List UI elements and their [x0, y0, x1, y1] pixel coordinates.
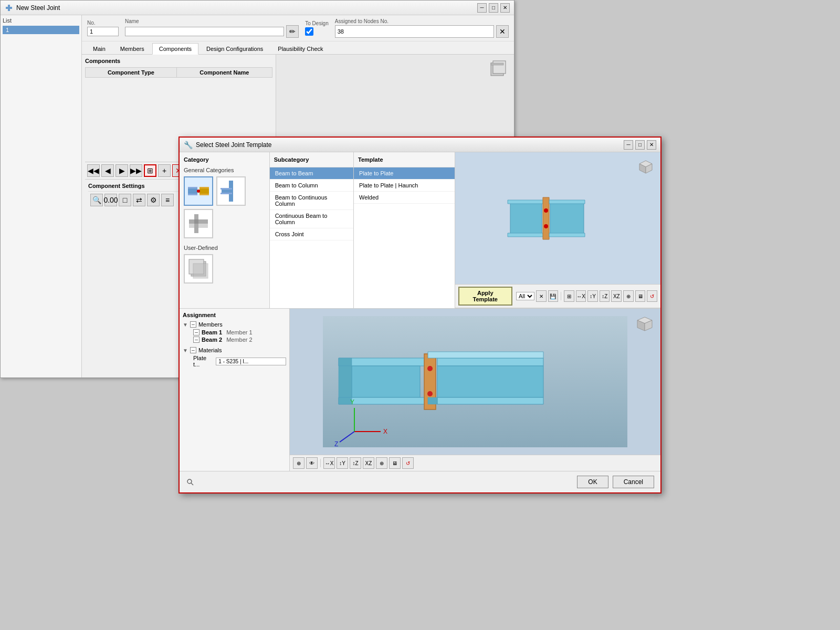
lp-reset[interactable]: ↺ [402, 457, 414, 469]
toolbar-btn-3[interactable]: ▶ [116, 164, 128, 177]
beam2-checkbox[interactable]: ─ [193, 337, 200, 343]
beam1-checkbox[interactable]: ─ [193, 329, 200, 335]
dialog-maximize-button[interactable]: □ [635, 140, 645, 150]
category-panel: Category General Categories [180, 152, 270, 308]
cat-icon-1[interactable] [184, 176, 213, 206]
view-x-button[interactable]: ↔X [576, 290, 586, 302]
user-def-label: User-Defined [184, 245, 265, 251]
user-def-icon-1[interactable] [184, 254, 213, 284]
svg-marker-31 [510, 203, 542, 234]
materials-checkbox[interactable]: ─ [190, 347, 196, 353]
apply-template-button[interactable]: Apply Template [458, 287, 512, 306]
dialog-icon: 🔧 [184, 141, 193, 149]
tab-plausibility[interactable]: Plausibility Check [271, 43, 330, 54]
svg-marker-44 [339, 358, 428, 366]
subcat-cross-joint[interactable]: Cross Joint [270, 228, 353, 240]
svg-marker-56 [428, 352, 543, 358]
dialog-titlebar: 🔧 Select Steel Joint Template ─ □ ✕ [180, 138, 660, 152]
save-filter-button[interactable]: 💾 [548, 290, 559, 302]
settings-btn-1[interactable]: 🔍 [90, 194, 103, 206]
subcat-beam-to-cont-column[interactable]: Beam to Continuous Column [270, 192, 353, 210]
svg-text:X: X [383, 428, 387, 435]
plate-mat-input[interactable] [216, 358, 286, 365]
svg-rect-15 [200, 187, 209, 188]
svg-rect-16 [200, 194, 209, 195]
beam2-id: Beam 2 [202, 337, 222, 343]
settings-btn-2[interactable]: 0.00 [104, 194, 117, 206]
svg-marker-53 [437, 358, 543, 366]
tab-members[interactable]: Members [113, 43, 151, 54]
minimize-button[interactable]: ─ [477, 3, 487, 13]
maximize-button[interactable]: □ [489, 3, 498, 13]
to-design-checkbox[interactable] [305, 27, 313, 36]
list-item-1[interactable]: 1 [3, 26, 79, 34]
dialog-minimize-button[interactable]: ─ [624, 140, 633, 150]
bg-tabs: Main Members Components Design Configura… [82, 41, 514, 55]
toolbar-btn-4[interactable]: ▶▶ [130, 164, 142, 177]
toolbar-btn-2[interactable]: ◀ [101, 164, 114, 177]
cat-icon-3[interactable] [184, 209, 213, 238]
template-title: Template [354, 152, 454, 167]
settings-btn-6[interactable]: ≡ [161, 194, 174, 206]
view-reset-button[interactable]: ⊞ [564, 290, 574, 302]
template-select-button[interactable]: ⊞ [144, 164, 156, 177]
members-checkbox[interactable]: ─ [190, 321, 196, 328]
clear-filter-button[interactable]: ✕ [536, 290, 547, 302]
subcat-beam-to-beam[interactable]: Beam to Beam [270, 167, 353, 180]
svg-marker-32 [508, 200, 544, 204]
subcat-cont-beam-to-column[interactable]: Continuous Beam to Column [270, 210, 353, 228]
lp-render-mode[interactable]: 🖥 [389, 457, 401, 469]
user-def-icons [184, 254, 265, 284]
subcategory-panel: Subcategory Beam to Beam Beam to Column … [270, 152, 354, 308]
svg-marker-57 [428, 397, 437, 404]
lp-y-button[interactable]: ↕Y [337, 457, 348, 469]
subcategory-title: Subcategory [270, 152, 353, 167]
close-button[interactable]: ✕ [500, 3, 510, 13]
no-input[interactable] [87, 27, 119, 36]
materials-expand[interactable]: ▼ [183, 348, 188, 353]
svg-text:Z: Z [334, 440, 338, 447]
template-plate-to-plate-haunch[interactable]: Plate to Plate | Haunch [354, 180, 454, 192]
lp-x-button[interactable]: ↔X [323, 457, 335, 469]
toolbar-btn-1[interactable]: ◀◀ [87, 164, 100, 177]
svg-marker-39 [549, 233, 585, 237]
template-welded[interactable]: Welded [354, 192, 454, 204]
settings-btn-5[interactable]: ⚙ [147, 194, 160, 206]
template-plate-to-plate[interactable]: Plate to Plate [354, 167, 454, 180]
lp-z-button[interactable]: ↕Z [350, 457, 361, 469]
cancel-button[interactable]: Cancel [613, 476, 654, 488]
settings-btn-4[interactable]: ⇄ [133, 194, 145, 206]
dialog-close-button[interactable]: ✕ [647, 140, 656, 150]
settings-btn-3[interactable]: □ [119, 194, 131, 206]
reset-view-button[interactable]: ↺ [647, 290, 657, 302]
view-options-button[interactable]: ⊕ [623, 290, 634, 302]
view-z-button[interactable]: ↕Z [600, 290, 610, 302]
filter-select[interactable]: All [516, 292, 534, 300]
lp-coord-button[interactable]: ⊕ [293, 457, 304, 469]
lp-xz-button[interactable]: XZ [363, 457, 374, 469]
ok-button[interactable]: OK [577, 476, 608, 488]
lp-view-options[interactable]: ⊕ [376, 457, 387, 469]
assigned-nodes-input[interactable] [335, 25, 494, 38]
assign-nodes-button[interactable]: ✕ [496, 25, 509, 38]
cat-icon-2[interactable] [216, 176, 246, 206]
svg-marker-47 [339, 358, 352, 366]
subcat-beam-to-column[interactable]: Beam to Column [270, 180, 353, 192]
view-xz-button[interactable]: XZ [611, 290, 622, 302]
tab-components[interactable]: Components [152, 43, 198, 55]
svg-rect-14 [200, 188, 209, 194]
preview-cube-icon [635, 156, 656, 179]
tab-design-config[interactable]: Design Configurations [200, 43, 270, 54]
edit-name-button[interactable]: ✏ [286, 25, 299, 38]
svg-rect-12 [188, 187, 197, 188]
plate-mat-label: Plate t... [193, 355, 214, 368]
members-expand[interactable]: ▼ [183, 322, 188, 328]
view-y-button[interactable]: ↕Y [587, 290, 598, 302]
lp-view-button[interactable]: 👁 [306, 457, 318, 469]
render-options-button[interactable]: 🖥 [635, 290, 646, 302]
name-input[interactable] [125, 27, 284, 36]
svg-rect-4 [491, 63, 503, 65]
add-button[interactable]: + [158, 164, 171, 177]
no-label: No. [87, 20, 119, 26]
tab-main[interactable]: Main [86, 43, 112, 54]
